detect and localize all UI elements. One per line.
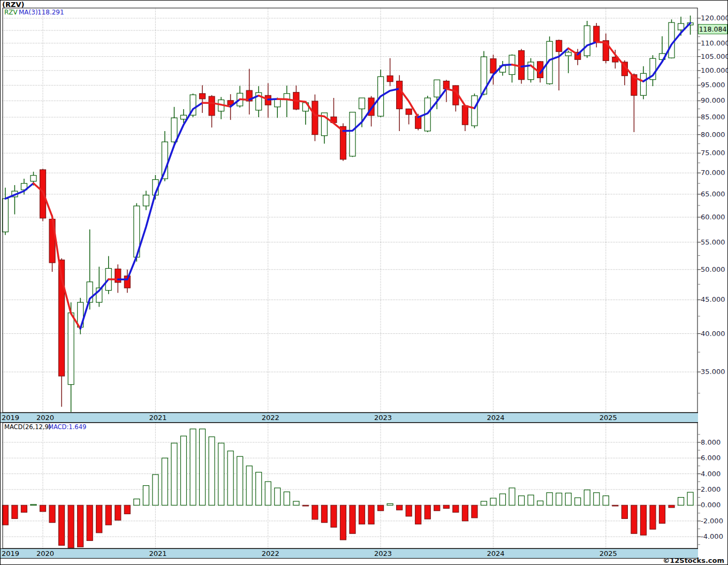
macd-bar: [481, 501, 487, 505]
macd-bar: [246, 466, 252, 506]
macd-bar: [293, 501, 299, 505]
year-label: 2024: [487, 414, 504, 422]
year-label: 2020: [36, 414, 54, 422]
macd-tick-label: 2.000: [701, 485, 721, 493]
macd-bar: [331, 505, 337, 527]
macd-tick-label: 6.000: [701, 454, 721, 462]
price-tick-label: 60.000: [701, 213, 725, 221]
candle: [556, 40, 562, 51]
price-tick-label: 105.000: [701, 52, 728, 60]
macd-bar: [443, 505, 449, 508]
price-tick-label: 55.000: [701, 238, 725, 246]
macd-tick-label: -2.000: [701, 517, 723, 525]
year-label: 2025: [600, 549, 617, 558]
macd-bar: [200, 429, 206, 506]
macd-bar: [340, 505, 346, 540]
price-tick-label: 80.000: [701, 131, 725, 139]
candle: [350, 112, 355, 156]
macd-bar: [669, 505, 674, 507]
macd-bar: [631, 505, 637, 533]
macd-bar: [547, 493, 552, 506]
price-tick-label: 100.000: [701, 66, 728, 74]
legend-symbol: RZV: [4, 9, 18, 16]
price-tick-label: 45.000: [701, 295, 725, 303]
year-label: 2019: [2, 414, 19, 422]
candle: [387, 76, 393, 82]
macd-bar: [472, 505, 477, 518]
price-tick-label: 35.000: [701, 368, 725, 376]
year-label: 2021: [149, 414, 166, 422]
macd-bar: [162, 458, 168, 505]
candle: [275, 100, 280, 107]
price-tick-label: 95.000: [701, 81, 725, 89]
candle: [462, 105, 468, 125]
year-label: 2020: [36, 549, 54, 558]
macd-bar: [397, 505, 403, 510]
candle: [434, 80, 440, 97]
macd-bar: [209, 437, 215, 505]
year-label: 2021: [149, 549, 166, 558]
macd-bar: [537, 501, 543, 505]
macd-bar: [218, 443, 224, 505]
macd-bar: [678, 498, 684, 506]
macd-bar: [406, 505, 412, 516]
candle: [143, 195, 149, 206]
candle: [406, 109, 412, 114]
macd-bar: [434, 505, 440, 510]
macd-tick-label: 4.000: [701, 470, 721, 478]
candle: [678, 24, 684, 30]
candle: [584, 26, 590, 56]
candle: [312, 101, 318, 135]
legend-ma-value: 118.291: [37, 9, 64, 16]
stock-chart-page: (RZV) RZV MA(3) 118.291 118.084 20192020…: [0, 0, 728, 565]
price-tick-label: 50.000: [701, 265, 725, 273]
candle: [519, 51, 525, 80]
macd-bar: [424, 505, 430, 519]
chart-canvas: [1, 1, 727, 564]
macd-bar: [190, 429, 196, 506]
macd-bar: [415, 505, 421, 524]
macd-bar: [105, 505, 111, 525]
price-tick-label: 75.000: [701, 149, 725, 157]
price-tick-label: 65.000: [701, 190, 725, 198]
macd-bar: [368, 505, 374, 524]
year-label: 2022: [262, 414, 279, 422]
macd-bar: [275, 488, 280, 505]
price-tick-label: 110.000: [701, 39, 728, 47]
macd-value-label: MACD:1.649: [48, 423, 86, 431]
macd-tick-label: 8.000: [701, 438, 721, 446]
macd-bar: [171, 443, 177, 505]
page-title: (RZV): [2, 1, 24, 9]
copyright-watermark: ©12Stocks.com: [663, 556, 724, 564]
price-tick-label: 120.000: [701, 14, 728, 22]
macd-bar: [78, 505, 84, 547]
year-label: 2023: [374, 414, 392, 422]
macd-bar: [228, 451, 233, 505]
candle: [594, 26, 600, 42]
year-label: 2019: [2, 549, 19, 558]
candle: [640, 73, 646, 95]
macd-bar: [687, 492, 693, 505]
macd-bar: [87, 505, 93, 540]
macd-bar: [650, 505, 656, 529]
macd-bar: [612, 505, 618, 506]
legend-ma-label: MA(3): [19, 9, 38, 16]
macd-bar: [387, 503, 393, 505]
candle: [171, 118, 177, 142]
candle: [68, 313, 74, 385]
candle: [2, 198, 8, 232]
candle: [669, 22, 674, 58]
x-axis-band-top: 2019202020212022202320242025: [1, 413, 698, 423]
macd-params-label: MACD(26,12,9): [4, 423, 51, 431]
macd-bar: [509, 488, 515, 505]
candle: [115, 269, 121, 282]
macd-bar: [453, 505, 459, 512]
candle: [565, 52, 571, 56]
macd-bar: [621, 505, 627, 518]
macd-bar: [96, 505, 102, 532]
year-label: 2024: [487, 549, 504, 558]
macd-bar: [31, 505, 36, 506]
x-axis-band-bottom: 2019202020212022202320242025: [1, 548, 698, 559]
macd-bar: [59, 505, 65, 545]
candle: [443, 81, 449, 89]
